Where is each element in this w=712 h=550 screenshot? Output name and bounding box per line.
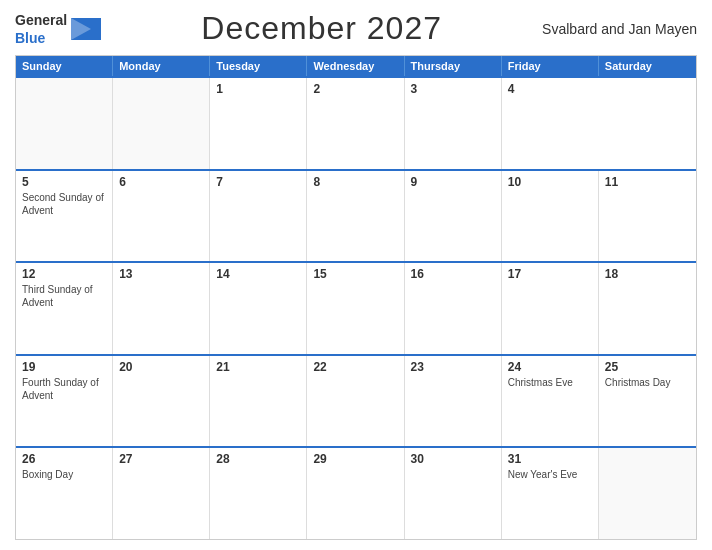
cell-dec9: 9: [405, 171, 502, 262]
cell-dec22: 22: [307, 356, 404, 447]
cell-dec15: 15: [307, 263, 404, 354]
cell-dec24: 24 Christmas Eve: [502, 356, 599, 447]
cell-dec18: 18: [599, 263, 696, 354]
cell-dec7: 7: [210, 171, 307, 262]
logo-text: General Blue: [15, 11, 67, 47]
cell-dec10: 10: [502, 171, 599, 262]
header-monday: Monday: [113, 56, 210, 76]
cell-dec13: 13: [113, 263, 210, 354]
cell-dec28: 28: [210, 448, 307, 539]
cell-dec21: 21: [210, 356, 307, 447]
week-3: 12 Third Sunday of Advent 13 14 15 16 17…: [16, 261, 696, 354]
cell-dec11: 11: [599, 171, 696, 262]
header-sunday: Sunday: [16, 56, 113, 76]
cell-dec14: 14: [210, 263, 307, 354]
header-wednesday: Wednesday: [307, 56, 404, 76]
cell-dec2: 2: [307, 78, 404, 169]
week-2: 5 Second Sunday of Advent 6 7 8 9 10 11: [16, 169, 696, 262]
cell-dec12: 12 Third Sunday of Advent: [16, 263, 113, 354]
calendar: Sunday Monday Tuesday Wednesday Thursday…: [15, 55, 697, 540]
logo-flag-icon: [71, 18, 101, 40]
cell-dec29: 29: [307, 448, 404, 539]
cell-w5-sat: [599, 448, 696, 539]
calendar-page: General Blue December 2027 Svalbard and …: [0, 0, 712, 550]
region-label: Svalbard and Jan Mayen: [542, 21, 697, 37]
cell-dec19: 19 Fourth Sunday of Advent: [16, 356, 113, 447]
cell-dec16: 16: [405, 263, 502, 354]
week-5: 26 Boxing Day 27 28 29 30 31 New Year's …: [16, 446, 696, 539]
cell-dec4: 4: [502, 78, 599, 169]
calendar-header: Sunday Monday Tuesday Wednesday Thursday…: [16, 56, 696, 76]
cell-dec17: 17: [502, 263, 599, 354]
cell-dec5: 5 Second Sunday of Advent: [16, 171, 113, 262]
page-header: General Blue December 2027 Svalbard and …: [15, 10, 697, 47]
cell-dec30: 30: [405, 448, 502, 539]
cell-dec6: 6: [113, 171, 210, 262]
cell-dec1: 1: [210, 78, 307, 169]
cell-dec27: 27: [113, 448, 210, 539]
logo: General Blue: [15, 11, 101, 47]
cell-w1-sun: [16, 78, 113, 169]
cell-dec8: 8: [307, 171, 404, 262]
cell-dec26: 26 Boxing Day: [16, 448, 113, 539]
header-friday: Friday: [502, 56, 599, 76]
week-4: 19 Fourth Sunday of Advent 20 21 22 23 2…: [16, 354, 696, 447]
cell-dec31: 31 New Year's Eve: [502, 448, 599, 539]
cell-dec25: 25 Christmas Day: [599, 356, 696, 447]
header-tuesday: Tuesday: [210, 56, 307, 76]
month-title: December 2027: [201, 10, 442, 47]
logo-general: General: [15, 12, 67, 28]
cell-dec23: 23: [405, 356, 502, 447]
header-thursday: Thursday: [405, 56, 502, 76]
header-saturday: Saturday: [599, 56, 696, 76]
cell-dec3: 3: [405, 78, 502, 169]
logo-blue: Blue: [15, 30, 45, 46]
week-1: 1 2 3 4: [16, 76, 696, 169]
cell-dec20: 20: [113, 356, 210, 447]
cell-w1-mon: [113, 78, 210, 169]
